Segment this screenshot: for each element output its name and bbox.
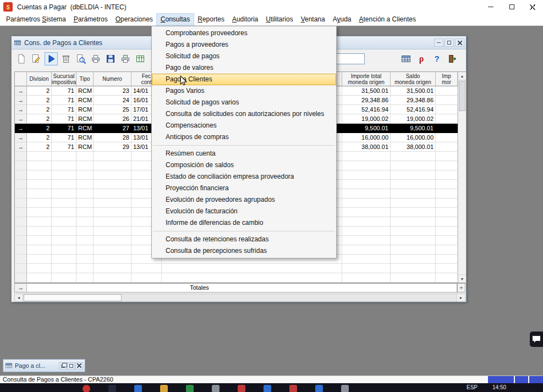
dropdown-menu-item[interactable]: Solicitud de pagos varios (152, 97, 336, 108)
menubar-item[interactable]: Atención a Clientes (355, 14, 420, 25)
horizontal-scrollbar[interactable]: ◄ ► (14, 294, 465, 302)
dropdown-menu-item[interactable]: Consulta de solicitudes con autorizacion… (152, 108, 336, 120)
taskbar-icon[interactable] (186, 385, 194, 392)
menubar-item[interactable]: Ventana (297, 14, 329, 25)
column-header-division[interactable]: Division (27, 72, 52, 86)
close-icon (77, 363, 81, 368)
restore-button[interactable] (59, 362, 67, 369)
dropdown-menu-item[interactable]: Comprobantes proveedores (152, 27, 336, 39)
grid-cell (15, 208, 27, 217)
grid-cell: 29 (94, 142, 131, 152)
menubar-item[interactable]: Parámetros (70, 14, 112, 25)
dropdown-menu-item[interactable]: Proyección financiera (152, 183, 336, 194)
run-icon[interactable] (45, 52, 58, 65)
maximize-button[interactable] (501, 0, 522, 14)
dropdown-menu-item[interactable]: Consulta de retenciones realizadas (152, 234, 336, 245)
dropdown-menu-item[interactable]: Evolución de proveedores agrupados (152, 194, 336, 206)
totales-row: → Totales (14, 283, 457, 292)
print-alt-icon[interactable] (119, 52, 132, 65)
dropdown-menu-item[interactable]: Resúmen cuenta (152, 148, 336, 159)
dropdown-menu-item[interactable]: Informe de diferencias de cambio (152, 217, 336, 229)
grid-cell (52, 264, 76, 273)
minimize-icon (437, 42, 441, 43)
child-maximize-button[interactable] (445, 38, 454, 47)
scroll-thumb[interactable] (24, 294, 122, 301)
export-icon[interactable] (134, 52, 147, 65)
grid-cell (76, 152, 94, 161)
taskbar-icon[interactable] (212, 385, 220, 392)
menu-separator (153, 145, 335, 146)
table-icon[interactable] (399, 52, 413, 65)
new-icon[interactable] (15, 52, 28, 65)
grid-cell (52, 273, 76, 283)
vertical-scrollbar[interactable]: ▲ ▼ (458, 72, 466, 283)
grid-cell: → (15, 114, 27, 124)
dropdown-menu-item[interactable]: Estado de conciliación empresa proveedor… (152, 171, 336, 183)
dropdown-menu-item[interactable]: Evolución de facturación (152, 206, 336, 217)
grid-cell (94, 245, 131, 255)
child-minimize-button[interactable] (434, 38, 443, 47)
column-header-saldo[interactable]: Saldo moneda origen (391, 72, 436, 86)
taskbar-icon[interactable] (108, 385, 116, 392)
menubar-item[interactable]: Operaciones (112, 14, 157, 25)
column-header-sucursal[interactable]: Sucursal impositiva (52, 72, 76, 86)
column-header-tipo[interactable]: Tipo (76, 72, 94, 86)
minimized-window[interactable]: Pago a cl... (3, 359, 85, 372)
scroll-down-button[interactable]: ▼ (458, 274, 466, 283)
menubar-item[interactable]: Parámetros Sistema (2, 14, 70, 25)
grid-cell (15, 161, 27, 170)
menubar-item[interactable]: Consultas (157, 14, 194, 25)
column-header-importe[interactable]: Importe total moneda origen (342, 72, 391, 86)
print-icon[interactable] (89, 52, 102, 65)
menubar-item[interactable]: Ayuda (329, 14, 355, 25)
taskbar-icon[interactable] (134, 385, 142, 392)
grid-cell (94, 264, 131, 273)
close-button[interactable] (75, 362, 83, 369)
close-button[interactable] (522, 0, 543, 14)
rho-icon[interactable]: ρ (415, 52, 428, 65)
exit-icon[interactable] (446, 52, 459, 65)
grid-empty-row[interactable] (15, 273, 458, 283)
menubar-item[interactable]: Auditoria (228, 14, 262, 25)
totales-spinner[interactable]: ÷ (457, 283, 465, 292)
svg-text:?: ? (434, 54, 439, 63)
scroll-up-button[interactable]: ▲ (458, 72, 466, 80)
dropdown-menu-item[interactable]: Solicitud de pagos (152, 51, 336, 62)
grid-cell (27, 245, 52, 255)
chat-bubble-icon[interactable] (530, 332, 543, 347)
edit-icon[interactable] (30, 52, 43, 65)
minimize-button[interactable] (480, 0, 501, 14)
taskbar-icon[interactable] (264, 385, 271, 392)
taskbar-icon[interactable] (289, 385, 297, 392)
scroll-left-button[interactable]: ◄ (15, 294, 23, 301)
child-close-button[interactable] (455, 38, 464, 47)
grid-empty-row[interactable] (15, 264, 458, 273)
column-header-impmon[interactable]: Imp mor (436, 72, 458, 86)
taskbar-icon[interactable] (238, 385, 245, 392)
menubar-item[interactable]: Reportes (194, 14, 228, 25)
column-header-numero[interactable]: Numero (94, 72, 131, 86)
dropdown-menu-item[interactable]: Anticipos de compras (152, 131, 336, 143)
save-icon[interactable] (104, 52, 117, 65)
taskbar-icon[interactable] (160, 385, 168, 392)
maximize-button[interactable] (67, 362, 75, 369)
taskbar-icon[interactable] (341, 385, 349, 392)
scroll-right-button[interactable]: ► (457, 294, 465, 301)
grid-cell (52, 236, 76, 245)
scroll-thumb[interactable] (459, 81, 465, 111)
dropdown-menu-item[interactable]: Pagos Varios (152, 85, 336, 97)
help-icon[interactable]: ? (430, 52, 443, 65)
dropdown-menu-item[interactable]: Consulta de percepciones sufridas (152, 245, 336, 257)
delete-icon[interactable] (59, 52, 73, 65)
taskbar-icon[interactable] (315, 385, 323, 392)
dropdown-menu-item[interactable]: Composición de saldos (152, 159, 336, 171)
grid-cell (76, 245, 94, 255)
taskbar-icon[interactable] (83, 385, 90, 392)
dropdown-menu-item[interactable]: Pago de valores (152, 62, 336, 74)
dropdown-menu-item[interactable]: Compensaciones (152, 120, 336, 131)
preview-icon[interactable] (74, 52, 87, 65)
menubar-item[interactable]: Utilitarios (262, 14, 297, 25)
column-header-indicator[interactable] (15, 72, 27, 86)
dropdown-menu-item[interactable]: Pagos a proveedores (152, 39, 336, 51)
grid-cell (27, 161, 52, 170)
